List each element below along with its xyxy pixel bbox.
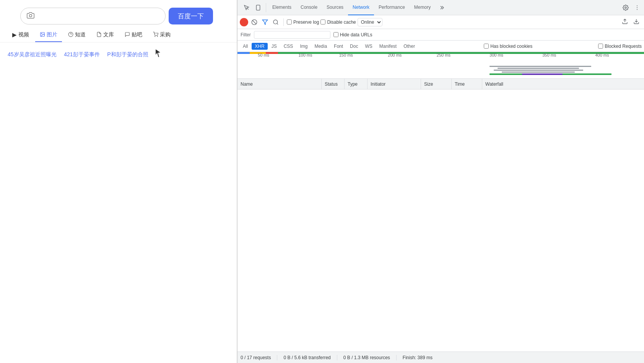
filter-button[interactable] <box>260 18 270 26</box>
devtools-tab-icons <box>239 3 266 12</box>
throttle-select[interactable]: Online <box>358 18 382 26</box>
filter-ws[interactable]: WS <box>362 43 375 50</box>
th-waterfall[interactable]: Waterfall <box>482 79 644 89</box>
filter-doc[interactable]: Doc <box>347 43 361 50</box>
preserve-log-checkbox[interactable] <box>287 20 292 24</box>
suggestions-area: 45岁吴彦祖近照曝光 421彭于晏事件 P和彭于晏的合照 <box>0 42 237 64</box>
filter-all[interactable]: All <box>240 43 251 50</box>
svg-point-10 <box>637 5 637 6</box>
nav-tab-wenku-label: 文库 <box>103 31 114 38</box>
marker-200ms: 200 ms <box>388 53 402 57</box>
filter-font[interactable]: Font <box>331 43 346 50</box>
tab-performance[interactable]: Performance <box>374 0 410 15</box>
nav-tab-video[interactable]: ▶ 视频 <box>8 28 34 42</box>
nav-tab-tieba-label: 贴吧 <box>132 31 142 38</box>
has-blocked-cookies-checkbox[interactable] <box>484 44 489 49</box>
search-button[interactable] <box>271 18 280 26</box>
svg-line-17 <box>277 23 278 24</box>
nav-tab-caigou[interactable]: 采购 <box>148 28 175 42</box>
resources-size: 0 B / 1.3 MB resources <box>343 355 390 360</box>
table-body[interactable] <box>237 90 644 352</box>
filter-other[interactable]: Other <box>400 43 418 50</box>
filter-manifest[interactable]: Manifest <box>376 43 400 50</box>
nav-tab-zhidao[interactable]: 知道 <box>63 28 90 42</box>
nav-tab-caigou-label: 采购 <box>160 31 171 38</box>
suggestion-0[interactable]: 45岁吴彦祖近照曝光 <box>8 51 57 57</box>
status-divider-1 <box>277 355 277 360</box>
suggestion-2[interactable]: P和彭于晏的合照 <box>107 51 148 57</box>
nav-tab-wenku[interactable]: 文库 <box>92 28 119 42</box>
hide-data-urls-text: Hide data URLs <box>340 32 372 37</box>
nav-tab-image[interactable]: 图片 <box>35 28 62 42</box>
preserve-log-label[interactable]: Preserve log <box>287 20 319 25</box>
export-button[interactable] <box>631 18 642 27</box>
th-time[interactable]: Time <box>452 79 482 89</box>
marker-350ms: 350 ms <box>542 53 556 57</box>
preserve-log-text: Preserve log <box>293 20 319 25</box>
color-segment-blue <box>237 52 250 54</box>
filter-xhr[interactable]: XHR <box>252 43 267 50</box>
filter-css[interactable]: CSS <box>281 43 296 50</box>
status-bar: 0 / 17 requests 0 B / 5.6 kB transferred… <box>237 352 644 363</box>
th-size[interactable]: Size <box>421 79 452 89</box>
has-blocked-cookies-label[interactable]: Has blocked cookies <box>484 44 532 49</box>
svg-point-5 <box>155 36 155 36</box>
import-button[interactable] <box>620 18 630 27</box>
svg-line-14 <box>252 20 256 24</box>
status-divider-3 <box>396 355 397 360</box>
wenku-icon <box>96 32 102 38</box>
filter-media[interactable]: Media <box>311 43 330 50</box>
svg-point-9 <box>625 7 626 8</box>
blocked-requests-label[interactable]: Blocked Requests <box>598 44 642 49</box>
inspect-element-icon-btn[interactable] <box>241 3 252 12</box>
color-segment-green <box>278 52 644 54</box>
disable-cache-label[interactable]: Disable cache <box>320 20 356 25</box>
tab-network[interactable]: Network <box>348 0 374 15</box>
hide-data-urls-checkbox[interactable] <box>333 32 338 37</box>
tab-console[interactable]: Console <box>296 0 322 15</box>
svg-rect-7 <box>256 5 260 10</box>
camera-icon-btn[interactable] <box>25 10 36 23</box>
transferred-size: 0 B / 5.6 kB transferred <box>283 355 330 360</box>
th-initiator-label: Initiator <box>371 81 385 87</box>
filter-img[interactable]: Img <box>297 43 311 50</box>
clear-button[interactable] <box>250 18 259 26</box>
nav-tab-tieba[interactable]: 贴吧 <box>120 28 147 42</box>
devtools-more-btn[interactable] <box>632 3 642 12</box>
wf-bar-gray-4 <box>502 72 575 73</box>
status-divider-2 <box>337 355 337 360</box>
wf-bar-gray-3 <box>494 70 583 71</box>
filter-js[interactable]: JS <box>268 43 280 50</box>
wf-bar-gray-2 <box>498 68 579 69</box>
disable-cache-text: Disable cache <box>327 20 356 25</box>
th-type-label: Type <box>348 81 358 87</box>
suggestion-1[interactable]: 421彭于晏事件 <box>64 51 99 57</box>
nav-tab-video-label: 视频 <box>18 31 29 38</box>
settings-gear-icon-btn[interactable] <box>620 3 631 12</box>
svg-marker-15 <box>262 20 267 24</box>
device-toolbar-icon-btn[interactable] <box>253 3 263 12</box>
more-tabs-btn[interactable] <box>436 3 447 12</box>
tab-sources[interactable]: Sources <box>322 0 348 15</box>
filter-label: Filter <box>241 32 251 37</box>
marker-50ms: 50 ms <box>258 53 269 57</box>
devtools-settings <box>620 3 642 12</box>
blocked-requests-checkbox[interactable] <box>598 44 603 49</box>
th-status[interactable]: Status <box>322 79 345 89</box>
wf-bar-gray-1 <box>490 66 591 67</box>
devtools-panel: Elements Console Sources Network Perform… <box>237 0 644 363</box>
record-button[interactable] <box>240 18 248 26</box>
th-initiator[interactable]: Initiator <box>368 79 421 89</box>
browser-panel: 百度一下 ▶ 视频 图片 <box>0 0 237 363</box>
disable-cache-checkbox[interactable] <box>320 20 325 24</box>
hide-data-urls-label[interactable]: Hide data URLs <box>333 32 372 37</box>
baidu-search-button[interactable]: 百度一下 <box>169 8 213 24</box>
network-toolbar: Preserve log Disable cache Online <box>237 15 644 29</box>
th-name-label: Name <box>241 81 253 87</box>
nav-tab-image-label: 图片 <box>47 31 57 38</box>
th-type[interactable]: Type <box>345 79 368 89</box>
tab-elements[interactable]: Elements <box>268 0 296 15</box>
tab-memory[interactable]: Memory <box>410 0 435 15</box>
filter-input[interactable] <box>254 31 330 39</box>
th-name[interactable]: Name <box>237 79 322 89</box>
